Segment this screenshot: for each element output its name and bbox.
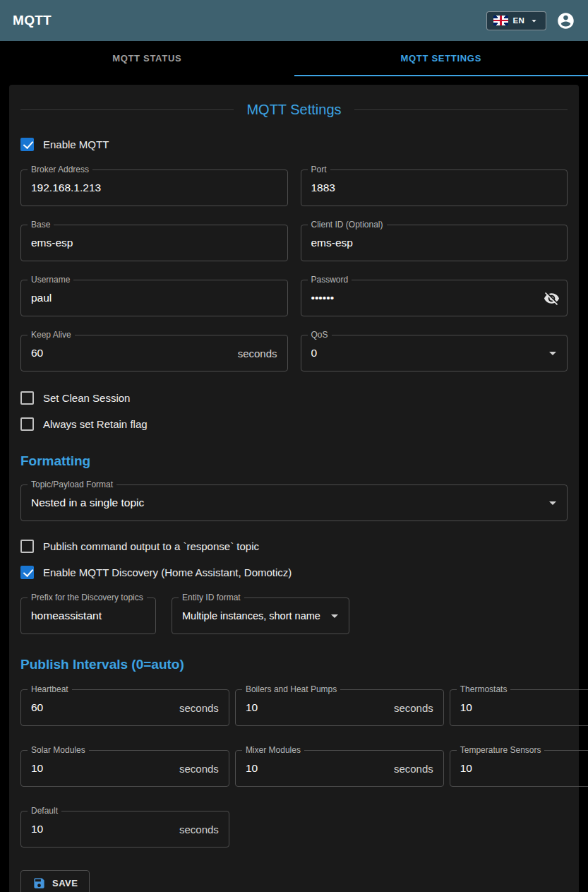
password-input[interactable] bbox=[311, 292, 544, 304]
divider-line bbox=[354, 109, 568, 110]
solar-modules-input[interactable] bbox=[31, 762, 172, 775]
client-id-input[interactable] bbox=[311, 237, 558, 249]
username-input[interactable] bbox=[31, 292, 277, 304]
heartbeat-input[interactable] bbox=[31, 701, 172, 714]
field-label: Solar Modules bbox=[28, 745, 89, 755]
retain-flag-checkbox[interactable]: Always set Retain flag bbox=[20, 417, 148, 431]
topic-format-value: Nested in a single topic bbox=[31, 496, 544, 509]
credentials-row: Username Password bbox=[20, 280, 568, 316]
thermostats-field: Thermostats seconds bbox=[450, 689, 588, 726]
entity-id-format-select[interactable]: Entity ID format Multiple instances, sho… bbox=[172, 597, 349, 634]
app-title: MQTT bbox=[13, 13, 52, 28]
qos-select[interactable]: QoS 0 bbox=[301, 335, 568, 371]
set-clean-session-checkbox[interactable]: Set Clean Session bbox=[20, 391, 130, 405]
seconds-suffix: seconds bbox=[394, 702, 433, 714]
field-label: Topic/Payload Format bbox=[28, 480, 116, 489]
dropdown-arrow-icon bbox=[544, 494, 561, 511]
checkbox-icon bbox=[20, 391, 34, 405]
field-label: QoS bbox=[308, 330, 332, 340]
page-title: MQTT Settings bbox=[234, 102, 354, 118]
field-label: Heartbeat bbox=[28, 684, 72, 694]
username-field: Username bbox=[20, 280, 288, 316]
keepalive-qos-row: Keep Alive seconds QoS 0 bbox=[20, 335, 568, 371]
tab-mqtt-status[interactable]: MQTT STATUS bbox=[0, 41, 294, 76]
mixer-modules-input[interactable] bbox=[246, 762, 387, 775]
broker-address-field: Broker Address bbox=[20, 170, 288, 206]
language-label: EN bbox=[512, 16, 524, 25]
response-topic-checkbox[interactable]: Publish command output to a `response` t… bbox=[20, 540, 259, 553]
seconds-suffix: seconds bbox=[394, 763, 433, 775]
checkbox-label: Enable MQTT Discovery (Home Assistant, D… bbox=[43, 566, 292, 578]
divider-line bbox=[20, 109, 234, 110]
card-title-divider: MQTT Settings bbox=[20, 102, 568, 118]
base-clientid-row: Base Client ID (Optional) bbox=[20, 225, 568, 261]
field-label: Username bbox=[28, 275, 73, 285]
base-field: Base bbox=[20, 225, 288, 261]
port-input[interactable] bbox=[311, 182, 558, 194]
save-icon bbox=[32, 876, 46, 890]
temperature-sensors-field: Temperature Sensors seconds bbox=[450, 750, 588, 787]
checkbox-icon bbox=[20, 417, 34, 431]
field-label: Boilers and Heat Pumps bbox=[242, 684, 340, 694]
keep-alive-input[interactable] bbox=[31, 347, 231, 359]
field-label: Temperature Sensors bbox=[457, 745, 545, 755]
solar-modules-field: Solar Modules seconds bbox=[20, 750, 229, 787]
toggle-password-visibility-button[interactable] bbox=[544, 290, 560, 307]
base-input[interactable] bbox=[31, 237, 277, 249]
field-label: Password bbox=[308, 275, 352, 285]
default-field: Default seconds bbox=[20, 811, 229, 848]
field-label: Thermostats bbox=[457, 684, 511, 694]
thermostats-input[interactable] bbox=[460, 701, 588, 714]
port-field: Port bbox=[301, 170, 568, 206]
keep-alive-field: Keep Alive seconds bbox=[20, 335, 288, 371]
temperature-sensors-input[interactable] bbox=[460, 762, 588, 775]
field-label: Mixer Modules bbox=[242, 745, 304, 755]
field-label: Default bbox=[28, 806, 61, 816]
discovery-options-row: Prefix for the Discovery topics Entity I… bbox=[20, 597, 568, 634]
tab-bar: MQTT STATUS MQTT SETTINGS bbox=[0, 41, 588, 76]
visibility-off-icon bbox=[544, 290, 560, 307]
boilers-heat-pumps-field: Boilers and Heat Pumps seconds bbox=[235, 689, 444, 726]
field-label: Keep Alive bbox=[28, 330, 75, 340]
broker-port-row: Broker Address Port bbox=[20, 170, 568, 206]
mqtt-discovery-checkbox[interactable]: Enable MQTT Discovery (Home Assistant, D… bbox=[20, 566, 292, 579]
uk-flag-icon bbox=[493, 16, 508, 25]
mixer-modules-field: Mixer Modules seconds bbox=[235, 750, 444, 787]
heartbeat-field: Heartbeat seconds bbox=[20, 689, 229, 726]
discovery-prefix-field: Prefix for the Discovery topics bbox=[20, 597, 156, 634]
checkbox-label: Always set Retain flag bbox=[43, 418, 148, 430]
tab-mqtt-settings[interactable]: MQTT SETTINGS bbox=[294, 41, 588, 76]
default-interval-row: Default seconds bbox=[20, 811, 568, 848]
seconds-suffix: seconds bbox=[179, 823, 219, 835]
checkbox-icon bbox=[20, 566, 34, 579]
checkbox-label: Publish command output to a `response` t… bbox=[43, 540, 259, 552]
field-label: Prefix for the Discovery topics bbox=[28, 593, 147, 602]
field-label: Base bbox=[28, 220, 54, 230]
discovery-prefix-input[interactable] bbox=[31, 609, 145, 622]
language-selector-button[interactable]: EN bbox=[486, 11, 546, 30]
checkbox-icon bbox=[20, 540, 34, 553]
field-label: Port bbox=[308, 165, 330, 174]
app-bar: MQTT EN bbox=[0, 0, 588, 41]
qos-value: 0 bbox=[311, 347, 545, 359]
field-label: Entity ID format bbox=[179, 593, 244, 602]
account-circle-icon[interactable] bbox=[556, 11, 575, 30]
checkbox-icon bbox=[20, 138, 34, 151]
password-field: Password bbox=[301, 280, 568, 316]
field-label: Client ID (Optional) bbox=[308, 220, 387, 230]
seconds-suffix: seconds bbox=[179, 702, 219, 714]
default-input[interactable] bbox=[31, 823, 172, 835]
chevron-down-icon bbox=[529, 16, 539, 26]
client-id-field: Client ID (Optional) bbox=[301, 225, 568, 261]
boilers-heat-pumps-input[interactable] bbox=[246, 701, 387, 714]
dropdown-arrow-icon bbox=[326, 607, 343, 624]
enable-mqtt-checkbox[interactable]: Enable MQTT bbox=[20, 138, 109, 151]
broker-address-input[interactable] bbox=[31, 182, 277, 194]
save-button-label: SAVE bbox=[52, 878, 78, 888]
entity-format-value: Multiple instances, short name bbox=[182, 610, 326, 622]
topic-payload-format-select[interactable]: Topic/Payload Format Nested in a single … bbox=[20, 484, 568, 521]
dropdown-arrow-icon bbox=[544, 345, 561, 362]
settings-card: MQTT Settings Enable MQTT Broker Address… bbox=[9, 85, 579, 892]
save-button[interactable]: SAVE bbox=[20, 870, 90, 892]
checkbox-label: Enable MQTT bbox=[43, 138, 109, 150]
